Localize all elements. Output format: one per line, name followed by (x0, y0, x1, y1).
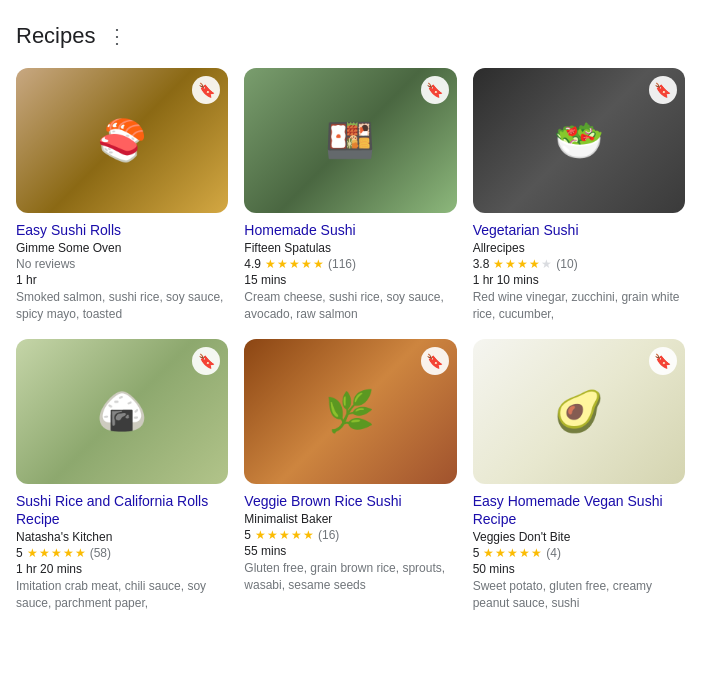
rating-number: 5 (244, 528, 251, 542)
recipe-name: Veggie Brown Rice Sushi (244, 492, 456, 510)
rating-number: 4.9 (244, 257, 261, 271)
star-full-icon: ★ (517, 257, 528, 271)
recipe-card[interactable]: 🍱 🔖 Homemade Sushi Fifteen Spatulas 4.9 … (244, 68, 456, 323)
recipe-source: Fifteen Spatulas (244, 241, 456, 255)
star-full-icon: ★ (519, 546, 530, 560)
bookmark-button[interactable]: 🔖 (649, 76, 677, 104)
recipe-image-wrapper: 🌿 🔖 (244, 339, 456, 484)
recipe-name: Vegetarian Sushi (473, 221, 685, 239)
recipe-time: 1 hr 10 mins (473, 273, 685, 287)
star-full-icon: ★ (495, 546, 506, 560)
stars-container: ★★★★★ (265, 257, 324, 271)
review-count: (16) (318, 528, 339, 542)
recipe-name: Sushi Rice and California Rolls Recipe (16, 492, 228, 528)
page-title: Recipes (16, 23, 95, 49)
star-full-icon: ★ (255, 528, 266, 542)
recipes-grid: 🍣 🔖 Easy Sushi Rolls Gimme Some Oven No … (16, 68, 685, 612)
star-full-icon: ★ (531, 546, 542, 560)
recipe-no-reviews: No reviews (16, 257, 228, 271)
recipe-rating-row: 3.8 ★★★★★ (10) (473, 257, 685, 271)
recipe-image-wrapper: 🍙 🔖 (16, 339, 228, 484)
recipe-time: 15 mins (244, 273, 456, 287)
bookmark-button[interactable]: 🔖 (421, 347, 449, 375)
recipe-card[interactable]: 🍙 🔖 Sushi Rice and California Rolls Reci… (16, 339, 228, 612)
rating-number: 5 (473, 546, 480, 560)
star-full-icon: ★ (279, 528, 290, 542)
more-options-icon[interactable]: ⋮ (103, 20, 131, 52)
star-full-icon: ★ (303, 528, 314, 542)
star-full-icon: ★ (27, 546, 38, 560)
recipe-ingredients: Sweet potato, gluten free, creamy peanut… (473, 578, 685, 612)
star-half-icon: ★ (529, 257, 540, 271)
recipe-card[interactable]: 🥑 🔖 Easy Homemade Vegan Sushi Recipe Veg… (473, 339, 685, 612)
recipe-image-wrapper: 🥗 🔖 (473, 68, 685, 213)
stars-container: ★★★★★ (483, 546, 542, 560)
recipe-name: Easy Homemade Vegan Sushi Recipe (473, 492, 685, 528)
star-full-icon: ★ (301, 257, 312, 271)
recipe-time: 55 mins (244, 544, 456, 558)
star-full-icon: ★ (483, 546, 494, 560)
recipe-ingredients: Smoked salmon, sushi rice, soy sauce, sp… (16, 289, 228, 323)
recipe-rating-row: 5 ★★★★★ (4) (473, 546, 685, 560)
recipe-name: Easy Sushi Rolls (16, 221, 228, 239)
star-full-icon: ★ (39, 546, 50, 560)
bookmark-button[interactable]: 🔖 (649, 347, 677, 375)
recipe-time: 1 hr 20 mins (16, 562, 228, 576)
recipe-card[interactable]: 🥗 🔖 Vegetarian Sushi Allrecipes 3.8 ★★★★… (473, 68, 685, 323)
recipe-ingredients: Red wine vinegar, zucchini, grain white … (473, 289, 685, 323)
recipe-name: Homemade Sushi (244, 221, 456, 239)
recipe-source: Veggies Don't Bite (473, 530, 685, 544)
star-full-icon: ★ (507, 546, 518, 560)
recipe-source: Minimalist Baker (244, 512, 456, 526)
rating-number: 3.8 (473, 257, 490, 271)
stars-container: ★★★★★ (27, 546, 86, 560)
recipe-ingredients: Imitation crab meat, chili sauce, soy sa… (16, 578, 228, 612)
star-full-icon: ★ (265, 257, 276, 271)
recipe-image-wrapper: 🍱 🔖 (244, 68, 456, 213)
star-empty-icon: ★ (541, 257, 552, 271)
recipe-image-wrapper: 🍣 🔖 (16, 68, 228, 213)
star-full-icon: ★ (75, 546, 86, 560)
recipe-card[interactable]: 🍣 🔖 Easy Sushi Rolls Gimme Some Oven No … (16, 68, 228, 323)
recipe-rating-row: 5 ★★★★★ (16) (244, 528, 456, 542)
bookmark-button[interactable]: 🔖 (192, 347, 220, 375)
stars-container: ★★★★★ (255, 528, 314, 542)
page-header: Recipes ⋮ (16, 20, 685, 52)
recipe-source: Allrecipes (473, 241, 685, 255)
stars-container: ★★★★★ (493, 257, 552, 271)
star-full-icon: ★ (267, 528, 278, 542)
star-full-icon: ★ (505, 257, 516, 271)
recipe-time: 1 hr (16, 273, 228, 287)
star-full-icon: ★ (289, 257, 300, 271)
recipe-ingredients: Cream cheese, sushi rice, soy sauce, avo… (244, 289, 456, 323)
review-count: (58) (90, 546, 111, 560)
star-full-icon: ★ (291, 528, 302, 542)
bookmark-button[interactable]: 🔖 (421, 76, 449, 104)
star-full-icon: ★ (277, 257, 288, 271)
star-full-icon: ★ (313, 257, 324, 271)
review-count: (116) (328, 257, 356, 271)
recipe-rating-row: 5 ★★★★★ (58) (16, 546, 228, 560)
recipe-image-wrapper: 🥑 🔖 (473, 339, 685, 484)
star-full-icon: ★ (493, 257, 504, 271)
star-full-icon: ★ (51, 546, 62, 560)
rating-number: 5 (16, 546, 23, 560)
review-count: (10) (556, 257, 577, 271)
recipe-ingredients: Gluten free, grain brown rice, sprouts, … (244, 560, 456, 594)
recipe-card[interactable]: 🌿 🔖 Veggie Brown Rice Sushi Minimalist B… (244, 339, 456, 612)
star-full-icon: ★ (63, 546, 74, 560)
recipe-time: 50 mins (473, 562, 685, 576)
review-count: (4) (546, 546, 561, 560)
recipe-source: Natasha's Kitchen (16, 530, 228, 544)
recipe-source: Gimme Some Oven (16, 241, 228, 255)
recipe-rating-row: 4.9 ★★★★★ (116) (244, 257, 456, 271)
